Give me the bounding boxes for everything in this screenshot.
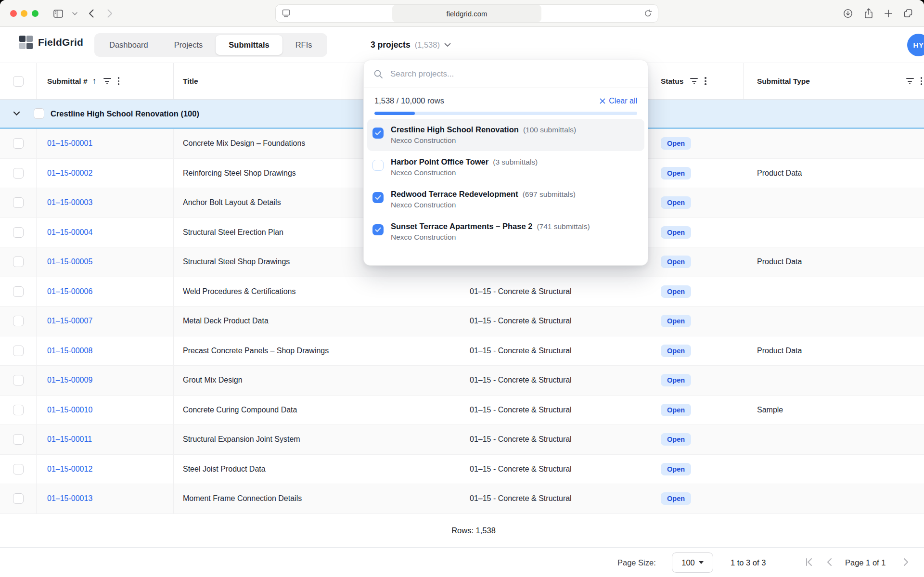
url-text: fieldgrid.com (446, 10, 487, 18)
page-size-select[interactable]: 100 (672, 552, 713, 573)
project-option-sunset-terrace[interactable]: Sunset Terrace Apartments – Phase 2 (741… (367, 216, 644, 248)
prev-page-icon[interactable] (826, 557, 832, 569)
submittal-number-link[interactable]: 01–15-00003 (47, 198, 92, 207)
share-icon[interactable] (861, 6, 876, 21)
table-row[interactable]: 01–15-00008 Precast Concrete Panels – Sh… (0, 336, 924, 366)
project-name: Redwood Terrace Redevelopment (391, 190, 518, 199)
row-checkbox[interactable] (13, 493, 24, 504)
table-row[interactable]: 01–15-00009 Grout Mix Design 01–15 - Con… (0, 366, 924, 396)
submittal-number-link[interactable]: 01–15-00011 (47, 435, 92, 444)
group-label: Crestline High School Renovation (100) (51, 109, 199, 118)
tab-projects[interactable]: Projects (161, 35, 216, 55)
column-header-submittal-type[interactable]: Submittal Type (744, 63, 924, 99)
table-row[interactable]: 01–15-00013 Moment Frame Connection Deta… (0, 484, 924, 514)
row-checkbox[interactable] (13, 168, 24, 179)
submittal-number-link[interactable]: 01–15-00009 (47, 376, 92, 385)
reload-icon[interactable] (644, 9, 652, 20)
reader-mode-icon[interactable] (282, 9, 290, 20)
first-page-icon[interactable] (805, 557, 813, 569)
submittal-number-link[interactable]: 01–15-00008 (47, 346, 92, 355)
submittal-number-link[interactable]: 01–15-00007 (47, 317, 92, 325)
table-row[interactable]: 01–15-00006 Weld Procedures & Certificat… (0, 277, 924, 307)
selection-progress-track (374, 112, 637, 115)
downloads-icon[interactable] (841, 6, 855, 21)
address-bar[interactable]: fieldgrid.com (275, 4, 658, 23)
rows-count-label: Rows: 1,538 (451, 526, 496, 535)
table-row[interactable]: 01–15-00012 Steel Joist Product Data 01–… (0, 455, 924, 485)
filter-icon[interactable] (103, 78, 111, 84)
row-checkbox[interactable] (13, 346, 24, 356)
user-avatar[interactable]: HY (907, 34, 924, 56)
sidebar-chevron-icon[interactable] (67, 6, 82, 21)
project-name: Crestline High School Renovation (391, 125, 519, 134)
next-page-icon[interactable] (903, 557, 909, 569)
clear-all-button[interactable]: Clear all (600, 97, 637, 105)
close-window-button[interactable] (10, 10, 17, 17)
row-checkbox[interactable] (13, 256, 24, 267)
submittal-number-link[interactable]: 01–15-00010 (47, 406, 92, 414)
checkbox-unchecked[interactable] (372, 160, 384, 171)
table-row[interactable]: 01–15-00011 Structural Expansion Joint S… (0, 425, 924, 455)
tab-submittals[interactable]: Submittals (216, 35, 282, 55)
filter-icon[interactable] (906, 78, 914, 84)
submittal-number-link[interactable]: 01–15-00005 (47, 257, 92, 266)
column-menu-icon[interactable] (705, 77, 706, 85)
spec-section: 01–15 - Concrete & Structural (462, 376, 647, 385)
fieldgrid-logo-icon (19, 36, 33, 49)
new-tab-icon[interactable] (881, 6, 896, 21)
main-nav: Dashboard Projects Submittals RFIs (94, 33, 327, 57)
row-checkbox[interactable] (13, 197, 24, 208)
project-option-redwood-terrace[interactable]: Redwood Terrace Redevelopment (697 submi… (367, 183, 644, 216)
browser-toolbar: fieldgrid.com (0, 0, 924, 27)
back-button[interactable] (84, 6, 98, 21)
zoom-window-button[interactable] (32, 10, 38, 17)
select-all-checkbox[interactable] (13, 76, 24, 87)
submittal-number-link[interactable]: 01–15-00012 (47, 465, 92, 474)
table-row[interactable]: 01–15-00010 Concrete Curing Compound Dat… (0, 396, 924, 425)
project-option-harbor-point[interactable]: Harbor Point Office Tower (3 submittals)… (367, 151, 644, 183)
status-badge: Open (661, 463, 691, 475)
forward-button[interactable] (103, 6, 117, 21)
submittal-number-link[interactable]: 01–15-00006 (47, 287, 92, 296)
sidebar-toggle-icon[interactable] (51, 6, 65, 21)
project-selector-trigger[interactable]: 3 projects (1,538) (371, 27, 451, 63)
row-checkbox[interactable] (13, 138, 24, 149)
row-checkbox[interactable] (13, 227, 24, 238)
column-menu-icon[interactable] (921, 77, 923, 85)
spec-section: 01–15 - Concrete & Structural (462, 406, 647, 414)
clear-x-icon (600, 98, 605, 104)
column-menu-icon[interactable] (118, 77, 120, 85)
status-badge: Open (661, 285, 691, 298)
submittal-number-link[interactable]: 01–15-00004 (47, 228, 92, 237)
submittal-number-link[interactable]: 01–15-00013 (47, 494, 92, 503)
tab-rfis[interactable]: RFIs (282, 35, 325, 55)
page-indicator: Page 1 of 1 (845, 558, 886, 567)
row-checkbox[interactable] (13, 405, 24, 415)
sort-asc-icon[interactable]: ↑ (92, 76, 97, 86)
group-checkbox[interactable] (34, 108, 44, 119)
row-checkbox[interactable] (13, 375, 24, 385)
tab-dashboard[interactable]: Dashboard (96, 35, 161, 55)
checkbox-checked[interactable] (372, 224, 384, 235)
submittal-number-link[interactable]: 01–15-00001 (47, 139, 92, 148)
row-checkbox[interactable] (13, 464, 24, 474)
checkbox-checked[interactable] (372, 128, 384, 139)
checkbox-checked[interactable] (372, 192, 384, 203)
column-header-status[interactable]: Status (647, 63, 744, 99)
column-header-submittal-number[interactable]: Submittal # ↑ (37, 63, 174, 99)
tab-overview-icon[interactable] (901, 6, 915, 21)
row-checkbox[interactable] (13, 434, 24, 445)
group-collapse-icon[interactable] (13, 109, 20, 118)
row-checkbox[interactable] (13, 286, 24, 297)
project-option-crestline[interactable]: Crestline High School Renovation (100 su… (367, 119, 644, 151)
minimize-window-button[interactable] (21, 10, 27, 17)
brand[interactable]: FieldGrid (19, 36, 83, 49)
project-submittal-count: (697 submittals) (523, 190, 576, 199)
submittal-number-link[interactable]: 01–15-00002 (47, 169, 92, 178)
status-badge: Open (661, 196, 691, 209)
table-row[interactable]: 01–15-00007 Metal Deck Product Data 01–1… (0, 307, 924, 336)
filter-icon[interactable] (690, 78, 698, 84)
status-badge: Open (661, 492, 691, 505)
row-checkbox[interactable] (13, 316, 24, 326)
project-search-input[interactable] (389, 69, 638, 79)
